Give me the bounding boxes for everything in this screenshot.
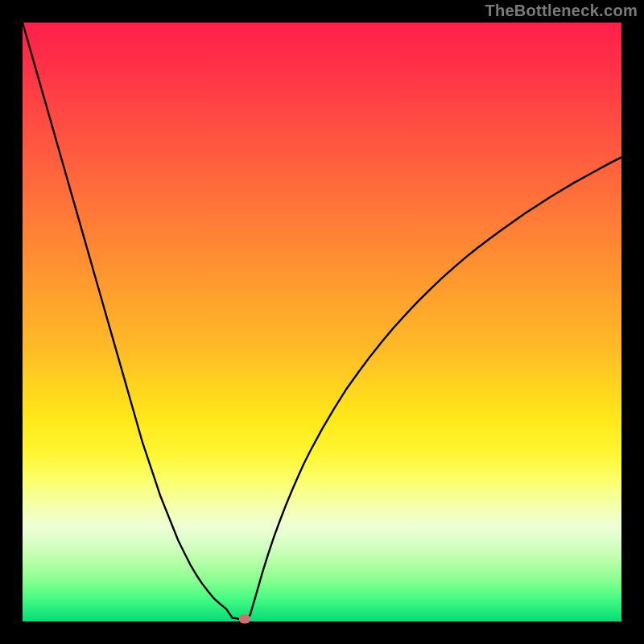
chart-container: TheBottleneck.com [0,0,644,644]
plot-area [23,23,621,621]
watermark-text: TheBottleneck.com [485,2,638,20]
bottleneck-curve [23,23,621,619]
optimum-marker [239,615,250,624]
curve-svg [23,23,621,621]
